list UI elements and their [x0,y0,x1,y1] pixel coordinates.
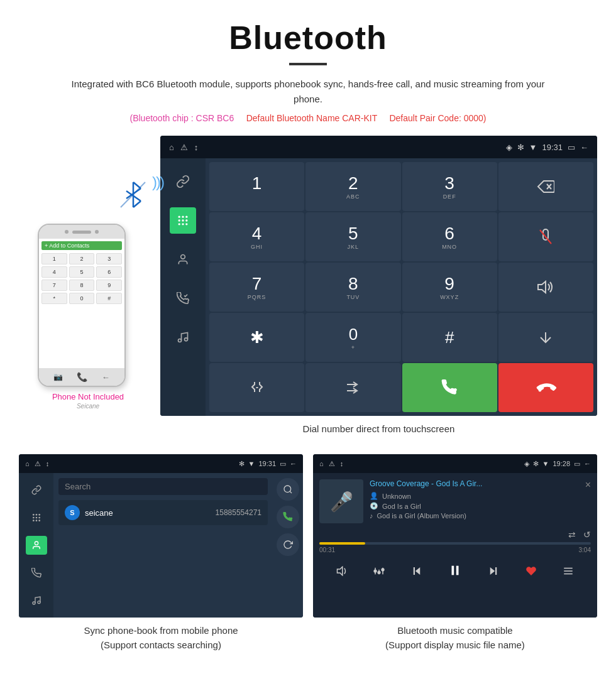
music-shuffle-repeat: ⇄ ↺ [313,530,597,542]
equalizer-control[interactable] [373,566,385,579]
pb-call-icon[interactable] [26,564,47,582]
dial-key-6[interactable]: 6 MNO [402,212,497,261]
pb-home-icon: ⌂ [25,460,30,467]
clock-display: 19:31 [542,143,563,152]
pb-contact-phone: 15885554271 [216,508,261,517]
home-icon[interactable]: ⌂ [169,143,174,152]
phone-call-button[interactable]: 📞 [77,372,87,382]
bluetooth-signal: ))) [122,180,145,214]
music-content: 🎤 Groove Coverage - God Is A Gir... 👤 Un… [313,473,597,618]
sidebar-call-icon[interactable] [170,285,196,312]
call-button[interactable] [402,363,497,412]
phone-camera-dot [65,230,69,234]
phonebook-caption: Sync phone-book from mobile phone (Suppo… [19,624,303,652]
svg-point-12 [179,223,180,225]
backspace-key[interactable] [498,162,593,211]
back-icon[interactable]: ← [580,143,588,152]
shuffle-icon[interactable]: ⇄ [568,530,576,540]
pb-search-bar[interactable]: Search [58,478,268,495]
svg-point-6 [179,216,180,218]
signal-waves-icon: ))) [152,173,163,191]
music-warn-icon: ⚠ [329,460,335,468]
dial-key-hash[interactable]: # [402,313,497,362]
sidebar-music-icon[interactable] [170,324,196,351]
dial-key-4[interactable]: 4 GHI [209,212,304,261]
dialpad-area: 1 2 ABC 3 DEF [206,158,597,416]
repeat-icon[interactable]: ↺ [583,530,591,540]
sidebar-link-icon[interactable] [170,168,196,195]
playlist-button[interactable] [563,565,574,580]
sidebar-dialpad-icon[interactable] [170,207,196,234]
pb-bt-icon: ✻ [239,460,245,468]
svg-line-20 [540,230,551,244]
dial-key-8[interactable]: 8 TUV [305,263,400,312]
progress-bar-container[interactable]: 00:31 3:04 [313,542,597,553]
dial-key-2[interactable]: 2 ABC [305,162,400,211]
mute-key[interactable] [498,212,593,261]
pb-music-icon[interactable] [26,591,47,610]
svg-point-15 [181,255,185,259]
pb-call-action[interactable] [277,506,299,528]
phone-dialpad: 1 2 3 4 5 6 7 8 9 * 0 # [41,253,122,304]
phone-not-included-label: Phone Not Included [52,392,124,401]
dial-key-1[interactable]: 1 [209,162,304,211]
pb-sync-action[interactable] [277,533,299,556]
music-wifi-icon: ▼ [542,460,549,467]
merge-key[interactable] [209,363,304,412]
favorite-button[interactable] [525,565,537,580]
end-call-button[interactable] [498,363,593,412]
pb-contact-row[interactable]: S seicane 15885554271 [58,500,268,525]
pb-search-action[interactable] [277,478,299,501]
svg-line-5 [121,182,145,207]
progress-times: 00:31 3:04 [319,547,591,553]
volume-key[interactable] [498,263,593,312]
header-description: Integrated with BC6 Bluetooth module, su… [69,77,547,107]
pb-back-icon[interactable]: ← [290,460,297,467]
play-pause-button[interactable] [448,564,462,581]
svg-point-32 [35,542,38,545]
svg-rect-49 [495,567,497,575]
page-header: Bluetooth Integrated with BC6 Bluetooth … [0,0,616,129]
transfer-key[interactable] [305,363,400,412]
phone-back-icon: ← [102,373,110,382]
pb-battery-icon: ▭ [280,460,286,468]
page-title: Bluetooth [38,19,578,57]
svg-point-41 [374,570,377,572]
prev-track-button[interactable] [411,565,422,580]
music-bt2-icon: ✻ [533,460,539,468]
dial-key-9[interactable]: 9 WXYZ [402,263,497,312]
sidebar-contacts-icon[interactable] [170,246,196,273]
music-back-icon[interactable]: ← [584,460,591,467]
music-close-button[interactable]: × [585,479,591,491]
swap-key[interactable] [498,313,593,362]
main-demo-area: ))) + Add to Contacts 1 2 3 4 [0,136,616,442]
dial-key-0[interactable]: 0 + [305,313,400,362]
svg-point-7 [182,216,184,218]
music-item: ⌂ ⚠ ↕ ◈ ✻ ▼ 19:28 ▭ ← 🎤 [313,454,597,652]
dial-key-star[interactable]: ✱ [209,313,304,362]
svg-point-31 [38,520,40,521]
pb-dialpad-icon[interactable] [26,508,47,527]
next-track-button[interactable] [488,565,499,580]
pb-contact-avatar: S [65,505,80,520]
music-artist: 👤 Unknown [370,492,579,500]
svg-point-14 [185,223,187,225]
pb-usb-icon: ↕ [46,460,50,467]
phonebook-screen: ⌂ ⚠ ↕ ✻ ▼ 19:31 ▭ ← [19,454,303,618]
pb-link-icon[interactable] [26,481,47,499]
dial-key-7[interactable]: 7 PQRS [209,263,304,312]
usb-icon: ↕ [194,143,199,152]
music-header: 🎤 Groove Coverage - God Is A Gir... 👤 Un… [313,473,597,530]
bottom-row: ⌂ ⚠ ↕ ✻ ▼ 19:31 ▭ ← [0,442,616,665]
volume-control[interactable] [336,566,348,579]
svg-point-42 [378,571,380,574]
pb-contacts-icon[interactable] [26,536,47,555]
spec-name: Default Bluetooth Name CAR-KIT [246,113,377,123]
status-bar-right: ◈ ✻ ▼ 19:31 ▭ ← [506,143,588,152]
dial-caption: Dial number direct from touchscreen [160,416,597,442]
phone-camera-icon: 📷 [53,373,63,381]
dial-key-3[interactable]: 3 DEF [402,162,497,211]
dial-key-5[interactable]: 5 JKL [305,212,400,261]
svg-point-33 [33,602,35,604]
music-time: 19:28 [553,460,570,467]
